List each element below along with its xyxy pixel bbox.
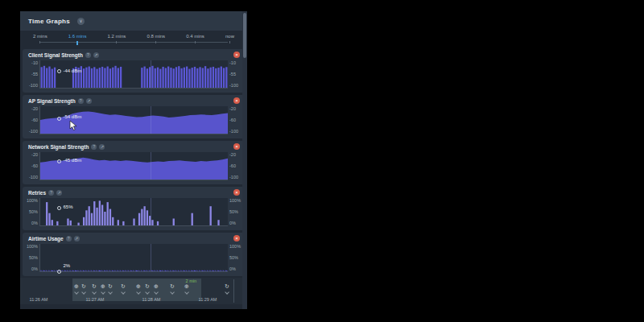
tab-tick bbox=[39, 41, 40, 43]
y-tick-label: 0% bbox=[229, 266, 242, 271]
y-tick-label: -100 bbox=[26, 175, 38, 180]
chart-title: Client Signal Strength bbox=[28, 52, 83, 58]
tab-2-mins[interactable]: 2 mins bbox=[33, 31, 47, 47]
timeline-divider bbox=[233, 279, 234, 303]
tab-0-8-mins[interactable]: 0.8 mins bbox=[147, 31, 165, 47]
tab-1-6-mins[interactable]: 1.6 mins bbox=[68, 31, 87, 47]
time-marker-line bbox=[151, 244, 151, 271]
chart-plot-area[interactable]: 65% bbox=[39, 198, 228, 226]
y-tick-label: -10 bbox=[26, 60, 38, 65]
chart-card-header: AP Signal Strength ? ↗ × bbox=[23, 95, 245, 106]
y-tick-label: 100% bbox=[26, 244, 38, 249]
refresh-icon: ↻ bbox=[225, 283, 229, 290]
timeline-event-refresh-icon[interactable]: ↻ bbox=[225, 283, 229, 294]
tab-label: 2 mins bbox=[33, 34, 47, 39]
y-tick-label: -60 bbox=[229, 118, 242, 122]
refresh-icon: ↻ bbox=[92, 283, 97, 290]
y-tick-label: -60 bbox=[229, 163, 242, 168]
chart-body: 100%50%0% 2% 100%50%0% bbox=[23, 244, 245, 272]
y-axis-labels-right: -20-60-100 bbox=[229, 106, 242, 134]
chart-plot-area[interactable]: 2% bbox=[39, 244, 228, 272]
y-axis-labels-right: 100%50%0% bbox=[229, 198, 242, 225]
timeline-event-search-icon[interactable]: ⊕ bbox=[101, 283, 105, 294]
timeline-event-refresh-icon[interactable]: ↻ bbox=[108, 283, 113, 294]
timeline-event-search-icon[interactable]: ⊕ bbox=[184, 283, 189, 294]
chart-card-header: Airtime Usage ? ↗ × bbox=[23, 233, 245, 244]
scrollbar-track[interactable] bbox=[242, 11, 247, 309]
time-range-selector: 2 mins1.6 mins1.2 mins0.8 mins0.4 minsno… bbox=[20, 31, 247, 47]
chart-title: Airtime Usage bbox=[28, 236, 64, 242]
y-tick-label: -10 bbox=[229, 60, 242, 65]
timeline-event-refresh-icon[interactable]: ↻ bbox=[170, 283, 175, 294]
y-axis-labels-left: 100%50%0% bbox=[26, 244, 38, 271]
timeline-event-refresh-icon[interactable]: ↻ bbox=[81, 283, 86, 294]
chart-series bbox=[40, 198, 228, 225]
y-tick-label: -20 bbox=[229, 152, 242, 157]
chart-plot-area[interactable]: -44 dBm bbox=[39, 60, 228, 89]
chart-popout-icon[interactable]: ↗ bbox=[93, 52, 99, 58]
panel-collapse-icon[interactable]: ∨ bbox=[77, 18, 85, 25]
chart-plot-area[interactable]: -54 dBm bbox=[39, 106, 228, 134]
chevron-down-icon bbox=[101, 290, 105, 295]
tab-0-4-mins[interactable]: 0.4 mins bbox=[186, 31, 204, 47]
refresh-icon: ↻ bbox=[81, 283, 86, 290]
tab-tick bbox=[76, 41, 78, 45]
y-tick-label: 50% bbox=[26, 255, 38, 260]
y-tick-label: -100 bbox=[229, 175, 242, 180]
y-tick-label: -55 bbox=[229, 72, 242, 76]
tab-tick bbox=[195, 41, 196, 43]
event-timeline[interactable]: 2 min ⊕↻↻⊕↻↻⊕↻⊕↻⊕↻ 11:26 AM11:27 AM11:28… bbox=[20, 278, 242, 304]
y-axis-labels-right: 100%50%0% bbox=[229, 244, 242, 271]
search-icon: ⊕ bbox=[154, 283, 159, 290]
chart-close-button[interactable]: × bbox=[233, 143, 240, 150]
chart-help-icon[interactable]: ? bbox=[78, 98, 84, 104]
chart-body: -20-60-100 -54 dBm -20-60-100 bbox=[23, 106, 245, 134]
y-tick-label: 50% bbox=[229, 255, 242, 260]
chart-card: Network Signal Strength ? ↗ × -20-60-100… bbox=[23, 141, 245, 184]
chart-close-button[interactable]: × bbox=[233, 189, 240, 196]
time-marker-line bbox=[151, 106, 151, 134]
chart-plot-area[interactable]: -45 dBm bbox=[39, 152, 228, 180]
scrollbar-thumb[interactable] bbox=[243, 13, 246, 58]
y-tick-label: -20 bbox=[229, 106, 242, 111]
timeline-event-refresh-icon[interactable]: ↻ bbox=[145, 283, 150, 294]
chart-card-header: Client Signal Strength ? ↗ × bbox=[23, 49, 245, 60]
refresh-icon: ↻ bbox=[145, 283, 150, 290]
chart-popout-icon[interactable]: ↗ bbox=[74, 236, 80, 242]
tab-1-2-mins[interactable]: 1.2 mins bbox=[108, 31, 126, 47]
chevron-down-icon bbox=[145, 290, 150, 295]
chevron-down-icon bbox=[108, 290, 113, 295]
y-tick-label: -100 bbox=[26, 83, 38, 88]
y-tick-label: 50% bbox=[26, 209, 38, 214]
tab-tick bbox=[116, 41, 117, 43]
tab-label: 0.4 mins bbox=[186, 34, 204, 39]
chart-title: Retries bbox=[28, 190, 46, 196]
timeline-event-search-icon[interactable]: ⊕ bbox=[74, 283, 79, 294]
chevron-down-icon bbox=[225, 290, 229, 295]
y-tick-label: -20 bbox=[26, 106, 38, 111]
chart-body: -10-55-100 -44 dBm -10-55-100 bbox=[23, 60, 245, 89]
chart-close-button[interactable]: × bbox=[233, 52, 240, 58]
chart-help-icon[interactable]: ? bbox=[48, 190, 54, 196]
y-axis-labels-left: -20-60-100 bbox=[26, 106, 38, 134]
chart-close-button[interactable]: × bbox=[233, 235, 240, 242]
chart-popout-icon[interactable]: ↗ bbox=[86, 98, 92, 104]
timeline-event-search-icon[interactable]: ⊕ bbox=[136, 283, 141, 294]
chart-close-button[interactable]: × bbox=[233, 97, 240, 104]
mouse-cursor bbox=[69, 120, 77, 131]
chart-help-icon[interactable]: ? bbox=[66, 236, 72, 242]
timeline-event-refresh-icon[interactable]: ↻ bbox=[121, 283, 126, 294]
chart-popout-icon[interactable]: ↗ bbox=[56, 190, 62, 196]
timeline-event-refresh-icon[interactable]: ↻ bbox=[92, 283, 97, 294]
chart-body: -20-60-100 -45 dBm -20-60-100 bbox=[23, 152, 245, 180]
tab-now[interactable]: now bbox=[225, 31, 234, 47]
chart-popout-icon[interactable]: ↗ bbox=[99, 144, 105, 150]
y-tick-label: 100% bbox=[229, 244, 242, 249]
timeline-event-search-icon[interactable]: ⊕ bbox=[154, 283, 159, 294]
y-tick-label: -60 bbox=[26, 163, 38, 168]
chart-series bbox=[40, 244, 228, 271]
tab-label: 1.2 mins bbox=[108, 34, 126, 39]
y-tick-label: 50% bbox=[229, 209, 242, 214]
chart-help-icon[interactable]: ? bbox=[91, 144, 97, 150]
chart-help-icon[interactable]: ? bbox=[85, 52, 91, 58]
